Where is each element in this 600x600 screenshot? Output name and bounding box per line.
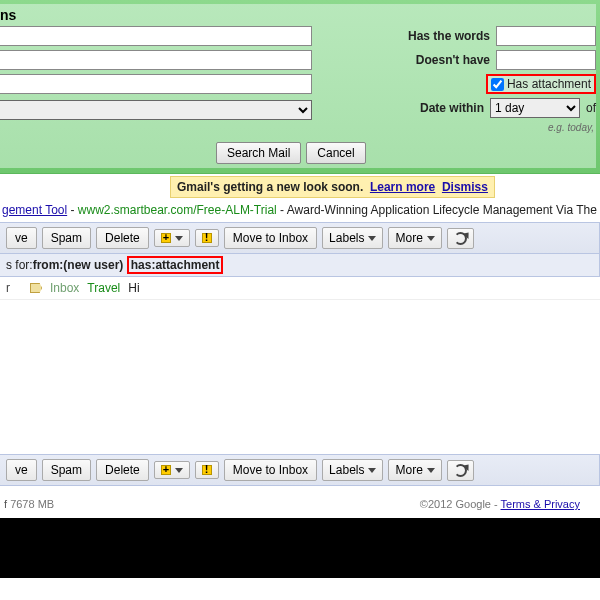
has-words-label: Has the words xyxy=(408,29,490,43)
email-row[interactable]: r Inbox Travel Hi xyxy=(0,277,600,300)
date-hint: e.g. today, xyxy=(346,122,596,133)
exclaim-icon xyxy=(202,233,212,243)
ad-url[interactable]: www2.smartbear.com/Free-ALM-Trial xyxy=(78,203,277,217)
plus-icon xyxy=(161,465,171,475)
spam-button[interactable]: Spam xyxy=(42,227,91,249)
storage-text: f 7678 MB xyxy=(4,498,54,510)
date-within-select[interactable]: 1 day xyxy=(490,98,580,118)
footer: f 7678 MB ©2012 Google - Terms & Privacy xyxy=(0,486,600,518)
refresh-button[interactable] xyxy=(447,228,474,249)
subject: Hi xyxy=(128,281,139,295)
sender-fragment: r xyxy=(6,281,10,295)
has-attachment-checkbox[interactable] xyxy=(491,78,504,91)
move-to-inbox-button-2[interactable]: Move to Inbox xyxy=(224,459,317,481)
search-field-3[interactable] xyxy=(0,74,312,94)
exclaim-icon xyxy=(202,465,212,475)
has-attachment-token: has:attachment xyxy=(127,256,224,274)
delete-button[interactable]: Delete xyxy=(96,227,149,249)
move-to-inbox-button[interactable]: Move to Inbox xyxy=(224,227,317,249)
ad-description: Award-Winning Application Lifecycle Mana… xyxy=(287,203,597,217)
has-attachment-label: Has attachment xyxy=(507,77,591,91)
label-travel: Travel xyxy=(87,281,120,295)
action-toolbar-bottom: ve Spam Delete Move to Inbox Labels More xyxy=(0,454,600,486)
report-button[interactable] xyxy=(195,229,219,247)
black-bar xyxy=(0,518,600,578)
labels-button[interactable]: Labels xyxy=(322,227,383,249)
more-button-2[interactable]: More xyxy=(388,459,441,481)
more-button[interactable]: More xyxy=(388,227,441,249)
learn-more-link[interactable]: Learn more xyxy=(370,180,435,194)
search-results-bar: s for:from:(new user) has:attachment xyxy=(0,254,600,277)
of-label: of xyxy=(586,101,596,115)
mark-read-button-2[interactable] xyxy=(154,461,190,479)
plus-icon xyxy=(161,233,171,243)
archive-button-2[interactable]: ve xyxy=(6,459,37,481)
search-field-1[interactable] xyxy=(0,26,312,46)
action-toolbar-top: ve Spam Delete Move to Inbox Labels More xyxy=(0,222,600,254)
doesnt-have-label: Doesn't have xyxy=(416,53,490,67)
search-options-title: ns xyxy=(0,7,596,26)
archive-button[interactable]: ve xyxy=(6,227,37,249)
delete-button-2[interactable]: Delete xyxy=(96,459,149,481)
date-within-label: Date within xyxy=(420,101,484,115)
terms-link[interactable]: Terms & Privacy xyxy=(501,498,580,510)
spam-button-2[interactable]: Spam xyxy=(42,459,91,481)
copyright: ©2012 Google xyxy=(420,498,491,510)
ad-title-link[interactable]: gement Tool xyxy=(2,203,67,217)
refresh-icon xyxy=(454,232,467,245)
has-words-input[interactable] xyxy=(496,26,596,46)
cancel-button[interactable]: Cancel xyxy=(306,142,365,164)
doesnt-have-input[interactable] xyxy=(496,50,596,70)
new-look-notice: Gmail's getting a new look soon. Learn m… xyxy=(170,176,495,198)
search-scope-select[interactable] xyxy=(0,100,312,120)
mark-read-button[interactable] xyxy=(154,229,190,247)
dismiss-link[interactable]: Dismiss xyxy=(442,180,488,194)
label-inbox: Inbox xyxy=(50,281,79,295)
has-attachment-highlight: Has attachment xyxy=(486,74,596,94)
refresh-button-2[interactable] xyxy=(447,460,474,481)
refresh-icon xyxy=(454,464,467,477)
search-mail-button[interactable]: Search Mail xyxy=(216,142,301,164)
label-icon xyxy=(30,283,42,293)
labels-button-2[interactable]: Labels xyxy=(322,459,383,481)
sponsored-row: gement Tool - www2.smartbear.com/Free-AL… xyxy=(0,198,600,222)
report-button-2[interactable] xyxy=(195,461,219,479)
search-field-2[interactable] xyxy=(0,50,312,70)
